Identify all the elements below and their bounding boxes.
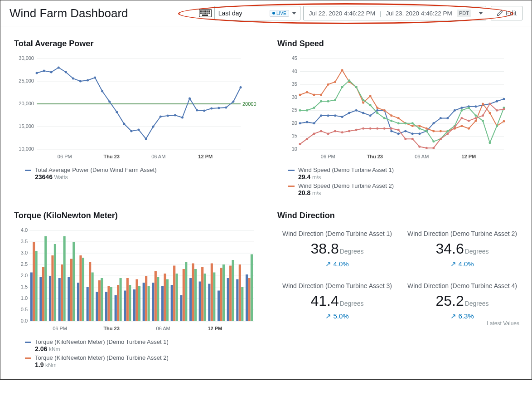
svg-text:2.5: 2.5 [21, 261, 28, 267]
svg-point-32 [65, 71, 67, 73]
svg-rect-260 [192, 264, 194, 322]
svg-point-186 [432, 147, 435, 149]
svg-point-195 [496, 109, 498, 112]
svg-rect-243 [33, 242, 35, 321]
svg-rect-9 [206, 13, 208, 14]
svg-rect-259 [183, 269, 185, 321]
svg-point-146 [362, 99, 364, 101]
svg-point-169 [313, 132, 315, 135]
legend-item: Wind Speed (Demo Turbine Asset 1)29.4 m/… [288, 166, 522, 181]
svg-rect-283 [185, 262, 187, 321]
svg-point-108 [306, 91, 308, 93]
svg-point-28 [36, 72, 38, 74]
svg-text:06 AM: 06 AM [415, 154, 429, 159]
svg-point-179 [383, 127, 386, 130]
svg-text:40: 40 [292, 69, 297, 74]
svg-text:20000: 20000 [242, 101, 256, 107]
svg-point-167 [299, 143, 301, 145]
timezone-badge: PDT [457, 10, 471, 17]
svg-rect-228 [115, 295, 117, 322]
svg-rect-281 [166, 279, 169, 322]
svg-point-35 [87, 79, 89, 82]
time-controls: Last day LIVE Jul 22, 2020 4:46:22 PM | … [199, 6, 486, 20]
svg-rect-7 [202, 13, 203, 14]
svg-rect-240 [227, 278, 229, 321]
svg-point-50 [196, 109, 198, 112]
torque-chart[interactable]: 0.00.51.01.52.02.53.03.54.006 PMThu 2306… [14, 226, 259, 335]
kpi-card: Wind Direction (Demo Turbine Asset 4)25.… [404, 282, 520, 320]
svg-point-99 [454, 109, 456, 112]
svg-rect-290 [251, 254, 253, 322]
svg-point-168 [306, 138, 308, 140]
svg-point-118 [376, 107, 378, 109]
svg-rect-289 [241, 287, 243, 321]
svg-text:1.0: 1.0 [21, 295, 28, 301]
total-power-chart[interactable]: 10,00015,00020,00025,00030,0002000006 PM… [14, 54, 259, 163]
svg-rect-284 [194, 269, 197, 321]
svg-rect-246 [61, 264, 63, 321]
svg-point-90 [390, 130, 392, 132]
svg-point-55 [232, 101, 234, 103]
svg-point-105 [496, 100, 498, 103]
svg-rect-10 [208, 13, 210, 14]
panel-total-power: Total Average Power 10,00015,00020,00025… [5, 31, 268, 203]
svg-point-29 [43, 70, 45, 72]
svg-rect-251 [107, 286, 110, 322]
svg-text:15,000: 15,000 [19, 123, 34, 129]
svg-point-161 [468, 107, 470, 109]
svg-rect-269 [54, 244, 56, 321]
svg-point-83 [341, 116, 343, 118]
svg-point-173 [341, 131, 343, 133]
svg-point-31 [58, 67, 60, 69]
svg-point-34 [79, 80, 82, 83]
page-title: Wind Farm Dashboard [10, 6, 128, 20]
svg-point-174 [348, 130, 350, 132]
date-range-picker[interactable]: Jul 22, 2020 4:46:22 PM | Jul 23, 2020 4… [303, 6, 486, 20]
svg-point-54 [225, 107, 227, 109]
svg-rect-239 [218, 291, 220, 322]
legend-item: Torque (KiloNewton Meter) (Demo Turbine … [25, 354, 259, 368]
svg-rect-233 [161, 286, 164, 322]
svg-point-39 [116, 111, 118, 113]
svg-point-148 [376, 112, 378, 114]
svg-rect-255 [145, 276, 147, 321]
svg-text:25: 25 [292, 107, 297, 113]
svg-point-172 [334, 130, 336, 132]
svg-point-160 [460, 109, 463, 112]
latest-values-label: Latest Values [277, 320, 522, 327]
svg-point-109 [313, 94, 315, 96]
svg-rect-263 [220, 268, 222, 322]
svg-rect-278 [138, 286, 140, 322]
svg-point-154 [418, 127, 421, 130]
keyboard-icon[interactable] [199, 9, 212, 17]
wind-speed-chart[interactable]: 101520253035404506 PMThu 2306 AM12 PM [277, 54, 522, 163]
svg-text:4.0: 4.0 [21, 227, 28, 233]
svg-point-132 [474, 120, 477, 122]
svg-point-178 [376, 127, 378, 130]
svg-point-107 [299, 94, 301, 96]
svg-point-175 [355, 129, 358, 131]
svg-text:06 AM: 06 AM [156, 326, 170, 331]
svg-point-86 [362, 112, 364, 114]
svg-rect-254 [135, 279, 138, 322]
svg-point-97 [440, 117, 442, 119]
svg-text:Thu 23: Thu 23 [103, 326, 119, 331]
svg-point-141 [327, 100, 329, 103]
svg-point-165 [496, 125, 498, 127]
svg-rect-236 [189, 278, 192, 321]
svg-point-87 [369, 114, 372, 117]
svg-rect-226 [96, 292, 98, 321]
edit-button[interactable]: Edit [491, 6, 522, 20]
svg-point-151 [397, 122, 400, 124]
svg-point-41 [130, 130, 132, 132]
svg-point-77 [299, 122, 301, 124]
svg-point-191 [468, 120, 470, 122]
svg-point-40 [123, 123, 125, 125]
svg-text:15: 15 [292, 133, 297, 138]
svg-rect-2 [202, 10, 203, 12]
svg-rect-277 [129, 285, 131, 321]
svg-point-33 [72, 78, 74, 80]
svg-rect-258 [173, 266, 175, 322]
svg-rect-231 [143, 283, 145, 321]
time-range-dropdown[interactable]: Last day LIVE [214, 6, 300, 20]
